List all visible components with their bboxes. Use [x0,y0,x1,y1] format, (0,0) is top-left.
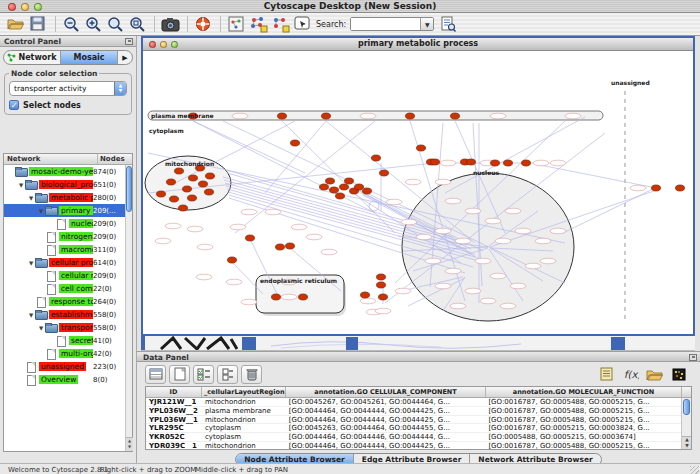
network-node[interactable] [652,185,661,191]
tree-expand-icon[interactable]: ▼ [27,312,35,318]
tree-scrollbar-buttons[interactable]: ▲▼ [126,437,133,451]
table-scrollbar[interactable]: ▲▼ [681,398,691,449]
network-node[interactable] [361,292,370,298]
network-window-titlebar[interactable]: primary metabolic process [143,38,693,51]
network-node[interactable] [291,140,300,146]
matrix-icon[interactable] [668,365,689,384]
network-node[interactable] [355,184,364,190]
network-node[interactable] [278,113,287,119]
tree-row[interactable]: unassigned223(0) [4,360,125,373]
resize-grip[interactable] [690,466,699,474]
zoom-fit-icon[interactable] [127,15,147,33]
network-node[interactable] [179,205,188,211]
tab-mosaic[interactable]: Mosaic [61,51,118,64]
network-node[interactable] [322,113,331,119]
snapshot-icon[interactable] [160,15,180,33]
network-node[interactable] [286,243,295,249]
network-node[interactable] [676,185,685,191]
new-attribute-icon[interactable] [169,365,190,384]
network-node[interactable] [340,184,349,190]
unselect-attributes-icon[interactable] [217,365,238,384]
network-node[interactable] [299,294,308,300]
network-node[interactable] [417,145,426,151]
search-box[interactable]: ▼ [350,17,434,31]
tree-expand-icon[interactable]: ▼ [37,208,45,214]
table-row[interactable]: YDR039C__1mitochondrion[GO:0044464, GO:0… [146,442,681,450]
network-node[interactable] [170,196,179,202]
zoom-selected-icon[interactable] [105,15,125,33]
network-node[interactable] [272,294,281,300]
vizmapper-icon[interactable] [248,15,268,33]
network-node[interactable] [188,195,197,201]
search-dropdown-arrow[interactable]: ▼ [420,18,433,30]
tree-row[interactable]: secretion41(0) [4,334,125,347]
help-icon[interactable] [193,15,213,33]
column-header[interactable]: ID [146,387,202,397]
window-titlebar[interactable]: Cytoscape Desktop (New Session) [0,0,700,13]
network-node[interactable] [276,244,285,250]
table-row[interactable]: YKR052Ccytoplasm[GO:0044464, GO:0044446,… [146,433,681,442]
tree-row[interactable]: Overview8(0) [4,373,125,386]
network-node[interactable] [380,170,389,176]
table-row[interactable]: YPL036W__2plasma membrane[GO:0044464, GO… [146,407,681,416]
network-node[interactable] [205,189,214,195]
network-node[interactable] [377,274,386,280]
tree-row[interactable]: cell communicat22(0) [4,282,125,295]
select-import-icon[interactable] [292,15,312,33]
tab-network[interactable]: Network [4,51,61,64]
network-node[interactable] [345,178,354,184]
network-view-window[interactable]: primary metabolic process [141,36,695,336]
network-node[interactable] [491,160,500,166]
float-panel-icon[interactable] [125,38,133,45]
open-icon[interactable] [6,15,26,33]
network-node[interactable] [363,188,372,194]
select-attributes-icon[interactable] [193,365,214,384]
network-node[interactable] [330,187,339,193]
tree-row[interactable]: ▼transport558(0) [4,321,125,334]
network-node[interactable] [336,193,345,199]
network-node[interactable] [320,184,329,190]
tree-expand-icon[interactable]: ▼ [37,325,45,331]
tree-row[interactable]: response to stimul264(0) [4,295,125,308]
filter-icon[interactable] [270,15,290,33]
network-node[interactable] [326,178,335,184]
network-node[interactable] [431,159,440,165]
float-data-panel-icon[interactable] [689,354,697,361]
network-node[interactable] [467,159,476,165]
table-row[interactable]: YJR121W__1mitochondrion[GO:0045267, GO:0… [146,398,681,407]
tree-row[interactable]: ▼establishment of lo558(0) [4,308,125,321]
tree-row[interactable]: nucleobase-209(0) [4,217,125,230]
search-input[interactable] [351,18,420,30]
delete-attribute-icon[interactable] [241,365,262,384]
select-nodes-checkbox[interactable]: ✓ [9,100,19,110]
tree-row[interactable]: ▼cellular process614(0) [4,256,125,269]
network-node[interactable] [406,113,415,119]
tree-expand-icon[interactable]: ▼ [27,260,35,266]
network-node[interactable] [199,181,208,187]
node-color-dropdown[interactable]: transporter activity ▲▼ [9,81,127,96]
column-header[interactable]: _cellularLayoutRegion [202,387,286,397]
tree-row[interactable]: ▼primary metabo209(... [4,204,125,217]
tree-row[interactable]: nitrogen compo209(0) [4,230,125,243]
network-node[interactable] [157,191,166,197]
tree-row[interactable]: macromolecule311(0) [4,243,125,256]
zoom-out-icon[interactable] [61,15,81,33]
tree-row[interactable]: mosaic-demo-yeast874(0) [4,165,125,178]
tab-overflow-arrow[interactable]: ▶ [118,51,132,64]
save-icon[interactable] [28,15,48,33]
tree-row[interactable]: multi-organism pro42(0) [4,347,125,360]
network-node[interactable] [451,113,460,119]
table-row[interactable]: YLR295Ccytoplasm[GO:0045263, GO:0044464,… [146,424,681,433]
network-node[interactable] [504,160,513,166]
tree-scrollbar[interactable]: ▲▼ [125,165,132,451]
background-windows-strip[interactable] [141,336,695,351]
network-node[interactable] [189,175,198,181]
network-node[interactable] [228,257,237,263]
table-row[interactable]: YPL036W__1mitochondrion[GO:0044464, GO:0… [146,416,681,425]
zoom-in-icon[interactable] [83,15,103,33]
network-node[interactable] [377,282,386,288]
attribute-list-icon[interactable] [596,365,617,384]
column-header[interactable]: annotation.GO MOLECULAR_FUNCTION [486,387,682,397]
function-builder-icon[interactable]: f(x) [620,365,641,384]
network-node[interactable] [246,235,255,241]
